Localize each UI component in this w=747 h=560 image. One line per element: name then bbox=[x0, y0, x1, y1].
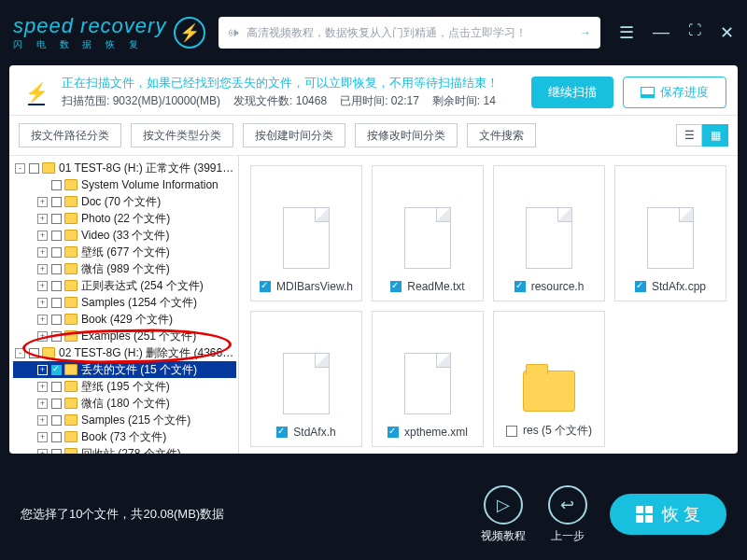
tree-checkbox[interactable] bbox=[51, 382, 62, 392]
expand-icon[interactable]: + bbox=[37, 231, 48, 241]
expand-icon[interactable]: + bbox=[37, 415, 48, 426]
tree-checkbox[interactable] bbox=[51, 315, 62, 325]
expand-icon[interactable]: + bbox=[37, 315, 48, 325]
tree-item[interactable]: +Doc (70 个文件) bbox=[13, 193, 236, 210]
file-card[interactable]: StdAfx.cpp bbox=[614, 165, 726, 301]
tree-checkbox[interactable] bbox=[51, 281, 62, 291]
expand-icon[interactable]: + bbox=[37, 432, 48, 442]
tree-item[interactable]: +Samples (215 个文件) bbox=[13, 412, 236, 428]
close-button[interactable]: ✕ bbox=[720, 22, 734, 43]
tree-checkbox[interactable] bbox=[51, 180, 62, 190]
tree-item-label: Samples (215 个文件) bbox=[81, 413, 190, 428]
tree-item[interactable]: +微信 (989 个文件) bbox=[13, 260, 236, 277]
file-checkbox[interactable] bbox=[276, 427, 288, 438]
tree-checkbox[interactable] bbox=[51, 231, 62, 241]
tree-item[interactable]: +壁纸 (195 个文件) bbox=[13, 378, 236, 395]
file-label-row: resource.h bbox=[514, 280, 585, 293]
file-name: MDIBarsView.h bbox=[276, 280, 353, 293]
expand-icon[interactable]: + bbox=[37, 264, 48, 274]
file-card[interactable]: xptheme.xml bbox=[372, 311, 484, 447]
tree-checkbox[interactable] bbox=[51, 432, 62, 442]
tree-checkbox[interactable] bbox=[51, 331, 62, 342]
tab-by-path[interactable]: 按文件路径分类 bbox=[19, 123, 121, 147]
file-card[interactable]: ReadMe.txt bbox=[372, 165, 484, 301]
tree-item-label: 回收站 (278 个文件) bbox=[81, 446, 181, 455]
file-card[interactable]: res (5 个文件) bbox=[493, 311, 605, 447]
tree-item[interactable]: +丢失的文件 (15 个文件) bbox=[13, 361, 236, 378]
tree-item[interactable]: +Video (33 个文件) bbox=[13, 227, 236, 244]
recover-button[interactable]: 恢 复 bbox=[610, 494, 726, 535]
tree-checkbox[interactable] bbox=[51, 264, 62, 274]
expand-icon[interactable]: + bbox=[37, 298, 48, 308]
tab-file-search[interactable]: 文件搜索 bbox=[467, 123, 536, 147]
tree-item[interactable]: +回收站 (278 个文件) bbox=[13, 445, 236, 454]
tree-item-label: 微信 (989 个文件) bbox=[81, 261, 170, 277]
continue-scan-button[interactable]: 继续扫描 bbox=[531, 77, 613, 108]
tree-checkbox[interactable] bbox=[51, 247, 62, 258]
expand-icon[interactable]: + bbox=[37, 331, 48, 342]
tree-item[interactable]: +Photo (22 个文件) bbox=[13, 210, 236, 227]
tree-item[interactable]: +Samples (1254 个文件) bbox=[13, 294, 236, 311]
file-card[interactable]: resource.h bbox=[493, 165, 605, 301]
tree-item[interactable]: +Book (429 个文件) bbox=[13, 311, 236, 328]
file-card[interactable]: StdAfx.h bbox=[250, 311, 362, 447]
tab-by-create-time[interactable]: 按创建时间分类 bbox=[243, 123, 345, 147]
save-progress-button[interactable]: 保存进度 bbox=[623, 77, 726, 108]
expand-icon[interactable]: + bbox=[37, 281, 48, 291]
main-panel: ⚡ 正在扫描文件，如果已经找到您丢失的文件，可以立即恢复，不用等待扫描结束！ 扫… bbox=[9, 65, 738, 454]
expand-icon[interactable]: + bbox=[37, 247, 48, 258]
expand-icon[interactable]: - bbox=[15, 348, 25, 358]
folder-icon bbox=[64, 263, 78, 274]
tree-checkbox[interactable] bbox=[29, 348, 39, 358]
tree-checkbox[interactable] bbox=[51, 399, 62, 409]
folder-icon bbox=[42, 347, 55, 358]
menu-icon[interactable]: ☰ bbox=[619, 22, 634, 43]
expand-icon[interactable]: + bbox=[37, 214, 48, 224]
tree-item-label: Book (429 个文件) bbox=[81, 312, 173, 328]
expand-icon[interactable]: + bbox=[37, 197, 48, 207]
title-bar: speed recovery 闪 电 数 据 恢 复 ⚡ 🕪 高清视频教程，数据… bbox=[0, 0, 747, 65]
view-list-button[interactable]: ☰ bbox=[676, 124, 702, 147]
expand-icon[interactable]: + bbox=[37, 382, 48, 392]
tree-item[interactable]: +Book (73 个文件) bbox=[13, 428, 236, 445]
folder-icon bbox=[523, 371, 575, 412]
tab-by-type[interactable]: 按文件类型分类 bbox=[131, 123, 233, 147]
expand-icon[interactable]: + bbox=[37, 449, 48, 455]
tree-item[interactable]: +正则表达式 (254 个文件) bbox=[13, 277, 236, 294]
folder-tree[interactable]: -01 TEST-8G (H:) 正常文件 (3991…System Volum… bbox=[9, 156, 239, 454]
file-checkbox[interactable] bbox=[390, 281, 402, 292]
folder-icon bbox=[64, 297, 78, 308]
tree-item[interactable]: +壁纸 (677 个文件) bbox=[13, 244, 236, 260]
file-card[interactable]: MDIBarsView.h bbox=[250, 165, 362, 301]
tree-item[interactable]: System Volume Information bbox=[13, 176, 236, 193]
tree-checkbox[interactable] bbox=[51, 365, 62, 375]
tree-item[interactable]: +微信 (180 个文件) bbox=[13, 395, 236, 412]
view-grid-button[interactable]: ▦ bbox=[702, 124, 728, 147]
tree-item[interactable]: -02 TEST-8G (H:) 删除文件 (4366… bbox=[13, 344, 236, 361]
expand-icon[interactable]: - bbox=[15, 163, 25, 174]
file-checkbox[interactable] bbox=[388, 427, 399, 438]
file-checkbox[interactable] bbox=[506, 426, 517, 437]
maximize-button[interactable]: ⛶ bbox=[688, 22, 701, 43]
tree-checkbox[interactable] bbox=[51, 415, 62, 426]
tree-checkbox[interactable] bbox=[29, 163, 39, 174]
expand-icon[interactable]: + bbox=[37, 399, 48, 409]
tree-checkbox[interactable] bbox=[51, 197, 62, 207]
tree-checkbox[interactable] bbox=[51, 214, 62, 224]
file-checkbox[interactable] bbox=[260, 281, 271, 292]
file-checkbox[interactable] bbox=[635, 281, 646, 292]
tab-by-modify-time[interactable]: 按修改时间分类 bbox=[355, 123, 458, 147]
tree-item[interactable]: +Examples (251 个文件) bbox=[13, 328, 236, 344]
tree-item[interactable]: -01 TEST-8G (H:) 正常文件 (3991… bbox=[13, 160, 236, 176]
tree-item-label: Examples (251 个文件) bbox=[81, 329, 196, 344]
tutorial-go-icon: → bbox=[580, 26, 591, 39]
tree-checkbox[interactable] bbox=[51, 449, 62, 455]
file-checkbox[interactable] bbox=[514, 281, 526, 292]
tree-checkbox[interactable] bbox=[51, 298, 62, 308]
video-tutorial-button[interactable]: ▷ 视频教程 bbox=[481, 485, 526, 544]
minimize-button[interactable]: — bbox=[653, 22, 669, 43]
previous-step-button[interactable]: ↩ 上一步 bbox=[548, 485, 587, 544]
tutorial-banner[interactable]: 🕪 高清视频教程，数据恢复从入门到精通，点击立即学习！ → bbox=[218, 17, 600, 49]
expand-icon[interactable]: + bbox=[37, 365, 48, 375]
tree-item-label: System Volume Information bbox=[81, 178, 218, 191]
